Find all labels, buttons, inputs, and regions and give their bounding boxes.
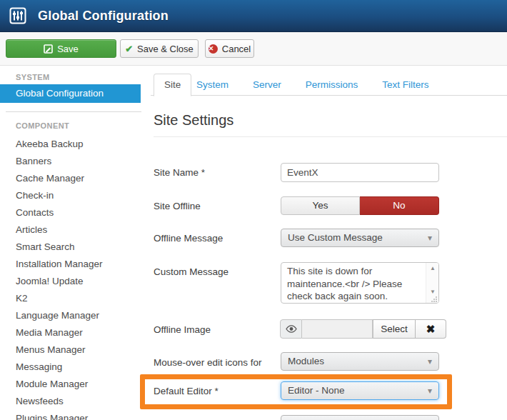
sidebar-item-contacts[interactable]: Contacts xyxy=(0,204,150,221)
cancel-button-label: Cancel xyxy=(222,44,251,54)
sidebar-item-smart-search[interactable]: Smart Search xyxy=(0,239,150,256)
sidebar-divider xyxy=(6,111,141,112)
default-editor-value: Editor - None xyxy=(288,385,345,396)
sidebar-item-akeeba-backup[interactable]: Akeeba Backup xyxy=(0,136,150,153)
offline-message-value: Use Custom Message xyxy=(288,232,383,243)
heading-divider xyxy=(154,136,507,137)
chevron-down-icon: ▾ xyxy=(428,353,432,370)
site-name-label: Site Name * xyxy=(154,167,276,178)
sidebar-item-language-manager[interactable]: Language Manager xyxy=(0,307,150,324)
chevron-down-icon: ▾ xyxy=(428,229,432,246)
sidebar-item-joomla-update[interactable]: Joomla! Update xyxy=(0,273,150,290)
scroll-down-icon[interactable]: ▼ xyxy=(426,289,439,295)
sidebar-item-messaging[interactable]: Messaging xyxy=(0,359,150,376)
sidebar-item-cache-manager[interactable]: Cache Manager xyxy=(0,170,150,187)
preview-eye-icon[interactable] xyxy=(280,319,302,339)
cancel-button[interactable]: ✕ Cancel xyxy=(205,39,254,58)
sidebar-item-module-manager[interactable]: Module Manager xyxy=(0,376,150,393)
page-title: Global Configuration xyxy=(38,9,169,24)
save-pencil-icon xyxy=(44,44,53,54)
next-field-select-partial[interactable] xyxy=(281,415,439,420)
mouseover-edit-icons-label: Mouse-over edit icons for xyxy=(154,357,276,368)
tab-text-filters[interactable]: Text Filters xyxy=(370,74,441,96)
custom-message-text: This site is down for maintenance.<br />… xyxy=(287,265,423,303)
sidebar-item-articles[interactable]: Articles xyxy=(0,221,150,239)
site-offline-no-button[interactable]: No xyxy=(360,196,439,215)
tab-permissions[interactable]: Permissions xyxy=(293,74,371,96)
page-header: Global Configuration xyxy=(0,0,507,32)
custom-message-label: Custom Message xyxy=(154,266,276,277)
save-button-label: Save xyxy=(57,44,79,54)
sidebar-component-list: Akeeba Backup Banners Cache Manager Chec… xyxy=(0,136,150,420)
offline-image-clear-button[interactable]: ✖ xyxy=(416,319,446,339)
checkmark-icon: ✔ xyxy=(125,44,133,54)
mouseover-edit-icons-value: Modules xyxy=(288,356,324,366)
sidebar-heading-system: SYSTEM xyxy=(16,73,50,81)
offline-image-label: Offline Image xyxy=(154,324,276,335)
scroll-up-icon[interactable]: ▲ xyxy=(426,265,439,271)
site-name-input[interactable] xyxy=(281,163,439,182)
tab-system[interactable]: System xyxy=(184,74,241,96)
sidebar-item-global-configuration[interactable]: Global Configuration xyxy=(0,84,141,103)
save-button[interactable]: Save xyxy=(6,39,116,58)
default-editor-label: Default Editor * xyxy=(154,386,276,396)
toolbar: Save ✔ Save & Close ✕ Cancel xyxy=(0,32,507,66)
section-heading: Site Settings xyxy=(154,112,234,129)
custom-message-textarea[interactable]: This site is down for maintenance.<br />… xyxy=(281,262,439,304)
default-editor-select[interactable]: Editor - None ▾ xyxy=(281,381,439,400)
site-offline-label: Site Offline xyxy=(154,201,276,211)
offline-image-path-input[interactable] xyxy=(302,319,373,339)
chevron-down-icon: ▾ xyxy=(428,382,432,399)
textarea-scrollbar[interactable]: ▲ ▼ xyxy=(426,263,438,303)
tab-server[interactable]: Server xyxy=(241,74,293,96)
sidebar-item-media-manager[interactable]: Media Manager xyxy=(0,324,150,341)
offline-image-select-button[interactable]: Select xyxy=(373,319,416,339)
offline-image-field-group: Select ✖ xyxy=(280,319,446,339)
sidebar: SYSTEM Global Configuration COMPONENT Ak… xyxy=(0,66,150,420)
tabbar: System Server Permissions Text Filters xyxy=(184,74,441,96)
save-and-close-label: Save & Close xyxy=(137,44,194,54)
cancel-circle-x-icon: ✕ xyxy=(209,44,218,54)
sidebar-item-check-in[interactable]: Check-in xyxy=(0,187,150,204)
sidebar-item-installation-manager[interactable]: Installation Manager xyxy=(0,256,150,273)
sidebar-heading-component: COMPONENT xyxy=(16,121,69,130)
save-and-close-button[interactable]: ✔ Save & Close xyxy=(120,39,199,58)
sidebar-item-k2[interactable]: K2 xyxy=(0,290,150,307)
sidebar-item-plugins-manager[interactable]: Plugins Manager xyxy=(0,410,150,420)
site-offline-toggle: Yes No xyxy=(281,196,439,215)
offline-message-label: Offline Message xyxy=(154,233,276,244)
mouseover-edit-icons-select[interactable]: Modules ▾ xyxy=(281,352,439,371)
sidebar-item-menus-manager[interactable]: Menus Manager xyxy=(0,341,150,359)
global-configuration-page: Global Configuration Save ✔ Save & Close… xyxy=(0,0,507,420)
offline-message-select[interactable]: Use Custom Message ▾ xyxy=(281,229,439,247)
sidebar-item-newsfeeds[interactable]: Newsfeeds xyxy=(0,393,150,410)
site-offline-yes-button[interactable]: Yes xyxy=(281,196,360,215)
resize-grip-icon[interactable] xyxy=(431,296,438,302)
sliders-icon xyxy=(9,7,26,24)
sidebar-item-banners[interactable]: Banners xyxy=(0,153,150,170)
